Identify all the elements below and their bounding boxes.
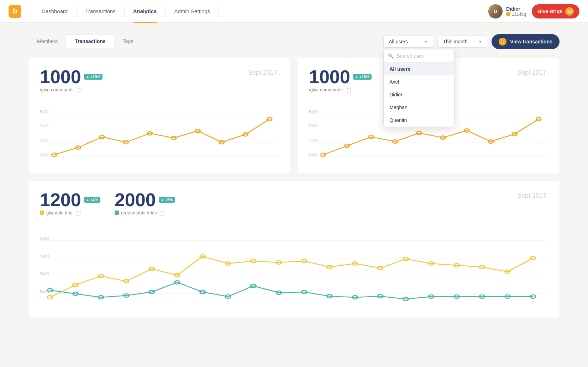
- bottom-card-badge-1: ▲ +4%: [84, 197, 100, 203]
- tabs-row: Members Transactions Tags All users ▼ 🔍 …: [28, 34, 560, 49]
- nav-item-analytics[interactable]: Analytics: [125, 0, 166, 23]
- briqs-count-badge: 32: [565, 7, 574, 16]
- svg-text:500: 500: [40, 236, 49, 240]
- nav-item-dashboard[interactable]: Dashboard: [33, 0, 76, 23]
- chevron-down-icon: ▼: [424, 40, 428, 44]
- up-icon-2: ▲: [355, 75, 358, 79]
- help-icon-4[interactable]: ?: [159, 210, 164, 216]
- bottom-value-row-2: 2000 ▲ +5%: [115, 191, 175, 209]
- give-briqs-button[interactable]: Give Briqs 32: [532, 4, 579, 18]
- svg-text:500: 500: [40, 124, 49, 128]
- bottom-card: 1200 ▲ +4% giveable briq ? 2000: [28, 181, 560, 318]
- tab-tags[interactable]: Tags: [114, 35, 142, 48]
- help-icon-3[interactable]: ?: [75, 210, 80, 216]
- card2-value-row: 1000 ▲ +10%: [309, 68, 372, 86]
- avatar: D: [488, 4, 503, 18]
- user-handle: 1114bq: [506, 12, 526, 17]
- dropdown-option-quentin[interactable]: Quentin: [384, 114, 454, 127]
- bottom-chart: 500 500 500 500: [40, 223, 548, 308]
- chevron-down-icon-2: ▼: [478, 40, 482, 44]
- up-icon-4: ▲: [161, 198, 164, 202]
- card1-svg: 500 500 500 500: [40, 100, 279, 164]
- all-users-trigger[interactable]: All users ▼: [383, 36, 433, 48]
- svg-text:500: 500: [309, 124, 318, 128]
- nav-item-admin-settings[interactable]: Admin Settings: [166, 0, 219, 23]
- card1-value-section: 1000 ▲ +10% /give commands ?: [40, 68, 103, 92]
- this-month-trigger[interactable]: This month ▼: [437, 36, 487, 48]
- card1-value-row: 1000 ▲ +10%: [40, 68, 103, 86]
- bottom-value-1: 1200 ▲ +4% giveable briq ?: [40, 191, 100, 216]
- card1-label: /give commands ?: [40, 87, 103, 92]
- svg-point-35: [536, 117, 541, 121]
- bottom-card-header: 1200 ▲ +4% giveable briq ? 2000: [40, 191, 548, 216]
- dropdown-option-axel[interactable]: Axel: [384, 75, 454, 88]
- card1-badge: ▲ +10%: [84, 74, 103, 80]
- bottom-card-value-2: 2000: [115, 191, 156, 209]
- user-details: Didier 1114bq: [506, 6, 526, 17]
- svg-text:500: 500: [309, 152, 318, 157]
- card1-value: 1000: [40, 68, 81, 86]
- nav-item-transactions[interactable]: Transactions: [77, 0, 124, 23]
- bottom-card-badge-2: ▲ +5%: [159, 197, 175, 203]
- view-transactions-button[interactable]: 💰 View transactions: [492, 34, 560, 49]
- tabs: Members Transactions Tags: [28, 35, 142, 48]
- search-input[interactable]: [397, 53, 450, 59]
- up-icon-3: ▲: [86, 198, 89, 202]
- tab-members[interactable]: Members: [28, 35, 66, 48]
- top-cards-row: 1000 ▲ +10% /give commands ? Sept 2017.: [28, 58, 560, 174]
- svg-text:500: 500: [309, 110, 318, 114]
- bottom-card-value-1: 1200: [40, 191, 81, 209]
- svg-text:500: 500: [40, 138, 49, 143]
- bottom-value-row-1: 1200 ▲ +4%: [40, 191, 100, 209]
- nav-divider-5: [219, 6, 219, 17]
- up-icon: ▲: [86, 75, 89, 79]
- bottom-card-date: Sept 2017.: [517, 192, 548, 200]
- bottom-values: 1200 ▲ +4% giveable briq ? 2000: [40, 191, 175, 216]
- card2-label: /give commands ?: [309, 87, 372, 92]
- all-users-menu: 🔍 All users Axel Didier Meghan Quentin: [383, 49, 455, 127]
- user-info: D Didier 1114bq: [488, 4, 526, 18]
- svg-text:500: 500: [40, 254, 49, 258]
- give-commands-card-1: 1000 ▲ +10% /give commands ? Sept 2017.: [28, 58, 290, 174]
- dropdown-search-container: 🔍: [384, 49, 454, 63]
- main-content: Members Transactions Tags All users ▼ 🔍 …: [0, 23, 588, 329]
- help-icon-1[interactable]: ?: [76, 87, 82, 92]
- card2-date: Sept 2017.: [517, 69, 548, 76]
- dropdown-option-all-users[interactable]: All users: [384, 63, 454, 75]
- card2-value-section: 1000 ▲ +10% /give commands ?: [309, 68, 372, 92]
- teal-dot-icon: [115, 211, 119, 215]
- search-icon: 🔍: [388, 53, 394, 59]
- avatar-image: D: [488, 4, 503, 18]
- card2-badge: ▲ +10%: [353, 74, 372, 80]
- all-users-dropdown[interactable]: All users ▼ 🔍 All users Axel Didier Megh…: [383, 36, 433, 48]
- svg-text:500: 500: [40, 272, 49, 276]
- coin-icon-2: 💰: [499, 38, 506, 46]
- svg-text:500: 500: [40, 110, 49, 114]
- bottom-value-2: 2000 ▲ +5% redeemable briqs ?: [115, 191, 175, 216]
- bottom-label-2: redeemable briqs ?: [115, 210, 175, 216]
- this-month-dropdown[interactable]: This month ▼: [437, 36, 487, 48]
- tab-transactions[interactable]: Transactions: [66, 35, 114, 48]
- nav-items: Dashboard Transactions Analytics Admin S…: [33, 0, 488, 23]
- controls: All users ▼ 🔍 All users Axel Didier Megh…: [383, 34, 560, 49]
- gold-dot-icon: [40, 211, 44, 215]
- logo[interactable]: b: [9, 5, 21, 18]
- card1-date: Sept 2017.: [248, 69, 279, 76]
- card2-value: 1000: [309, 68, 350, 86]
- bottom-label-1: giveable briq ?: [40, 210, 100, 216]
- bottom-svg: 500 500 500 500: [40, 223, 548, 308]
- dropdown-option-didier[interactable]: Didier: [384, 88, 454, 101]
- svg-point-44: [47, 296, 52, 299]
- svg-point-26: [321, 153, 326, 156]
- help-icon-2[interactable]: ?: [345, 87, 351, 92]
- coin-icon: [506, 12, 510, 16]
- nav-right: D Didier 1114bq Give Briqs 32: [488, 4, 579, 18]
- svg-text:500: 500: [309, 138, 318, 143]
- svg-text:500: 500: [40, 152, 49, 157]
- dropdown-option-meghan[interactable]: Meghan: [384, 101, 454, 114]
- user-name: Didier: [506, 6, 526, 12]
- navbar: b Dashboard Transactions Analytics Admin…: [0, 0, 588, 23]
- card1-header: 1000 ▲ +10% /give commands ? Sept 2017.: [40, 68, 279, 92]
- card1-chart: 500 500 500 500: [40, 100, 279, 164]
